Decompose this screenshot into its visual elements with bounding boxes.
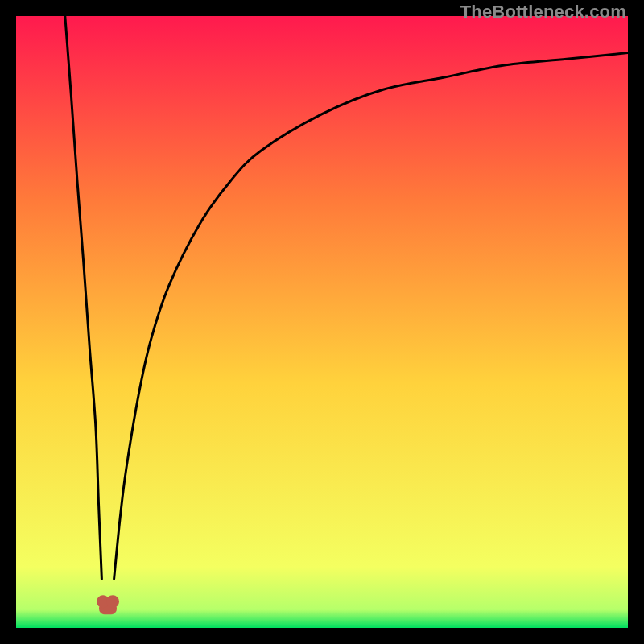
minimum-marker — [97, 595, 119, 614]
outer-black-frame: TheBottleneck.com — [0, 0, 644, 644]
plot-area — [16, 16, 628, 628]
svg-point-2 — [106, 595, 119, 608]
gradient-background — [16, 16, 628, 628]
watermark-text: TheBottleneck.com — [460, 2, 626, 23]
plot-svg — [16, 16, 628, 628]
